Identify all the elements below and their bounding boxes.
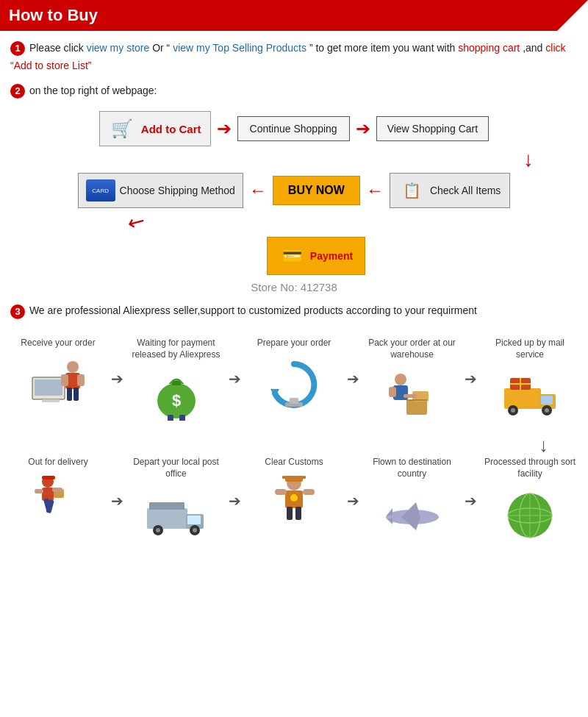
svg-rect-8 <box>74 388 79 401</box>
step3-num: 3 <box>10 304 25 319</box>
process-item-globe: Processed through sort facility <box>482 457 578 543</box>
shopping-cart-highlight: shopping cart <box>458 42 520 54</box>
process-item-pack: Pack your order at our warehouse <box>365 338 460 424</box>
payment-label: Payment <box>310 250 353 262</box>
svg-rect-2 <box>42 399 60 402</box>
view-top-selling-link[interactable]: view my Top Selling Products <box>173 42 306 54</box>
choose-shipping-label: Choose Shipping Method <box>120 185 235 196</box>
process-label-waiting: Waiting for payment released by Aliexpre… <box>129 338 224 360</box>
process-arrow-4: ➔ <box>465 338 477 388</box>
step1-or: Or “ <box>152 42 170 54</box>
svg-rect-62 <box>42 476 55 479</box>
svg-rect-12 <box>168 415 173 421</box>
choose-shipping-button[interactable]: CARD Choose Shipping Method <box>78 173 243 208</box>
process-item-prepare: Prepare your order <box>246 338 342 413</box>
svg-rect-17 <box>406 400 427 415</box>
svg-rect-1 <box>35 379 62 396</box>
cart-icon: 🛒 <box>109 118 135 140</box>
step1-prefix: Please click <box>29 42 84 54</box>
main-content: 1 Please click view my store Or “ view m… <box>0 31 588 568</box>
buy-now-label: BUY NOW <box>288 184 345 196</box>
payment-button[interactable]: 💳 Payment <box>267 237 365 275</box>
continue-shopping-button[interactable]: Continue Shopping <box>237 116 350 141</box>
process-arrow-r1: ➔ <box>465 457 477 510</box>
step2-paragraph: 2 on the top right of webpage: <box>10 82 578 100</box>
person-computer-svg <box>29 357 87 410</box>
process-row1: Receive your order <box>10 338 578 424</box>
arrow-down-1: ↓ <box>10 148 578 171</box>
svg-rect-5 <box>61 374 68 386</box>
svg-rect-49 <box>303 489 315 495</box>
process-arrow-3: ➔ <box>347 338 359 388</box>
svg-point-20 <box>395 374 406 385</box>
process-item-plane: Flown to destination country <box>365 457 460 543</box>
svg-rect-7 <box>67 388 72 401</box>
svg-rect-56 <box>149 502 184 510</box>
flow-diagram: 🛒 Add to Cart ➔ Continue Shopping ➔ View… <box>10 111 578 293</box>
process-label-receive: Receive your order <box>21 338 95 349</box>
process-item-pickup: Picked up by mail service <box>482 338 578 424</box>
process-icon-depart <box>143 485 209 543</box>
process-arrow-r2: ➔ <box>347 457 359 510</box>
process-icon-prepare <box>261 354 327 413</box>
svg-rect-22 <box>389 387 396 397</box>
step1-mid2: ” to get more item you want with <box>309 42 458 54</box>
process-item-delivery: Out for delivery <box>10 457 106 532</box>
cash-icon: 💳 <box>279 245 306 267</box>
svg-rect-24 <box>504 388 541 409</box>
svg-point-28 <box>511 408 515 413</box>
svg-rect-51 <box>295 507 301 520</box>
step3-text: We are professional Aliexpress seller,su… <box>29 304 477 316</box>
payment-row: 💳 Payment <box>54 237 578 275</box>
process-label-globe: Processed through sort facility <box>482 457 578 479</box>
process-icon-globe <box>497 485 563 543</box>
store-number: Store No: 412738 <box>10 281 578 293</box>
check-all-items-button[interactable]: 📋 Check All Items <box>390 173 510 208</box>
buy-now-button[interactable]: BUY NOW <box>273 176 360 205</box>
arrow-right-1: ➔ <box>217 118 232 139</box>
process-label-pack: Pack your order at our warehouse <box>365 338 460 360</box>
svg-rect-48 <box>275 489 287 495</box>
garbage-truck-svg <box>143 488 209 541</box>
step1-num: 1 <box>10 41 25 56</box>
step1-paragraph: 1 Please click view my store Or “ view m… <box>10 40 578 75</box>
process-row2: Processed through sort facility ➔ Flown … <box>10 457 578 543</box>
flow-row1: 🛒 Add to Cart ➔ Continue Shopping ➔ View… <box>10 111 578 146</box>
process-icon-receive <box>25 354 91 413</box>
continue-shopping-label: Continue Shopping <box>250 123 337 135</box>
view-shopping-cart-label: View Shopping Cart <box>387 123 478 135</box>
process-icon-pickup <box>497 365 563 424</box>
header-bar: How to Buy <box>0 0 588 31</box>
view-shopping-cart-button[interactable]: View Shopping Cart <box>376 116 489 141</box>
svg-rect-16 <box>290 398 298 404</box>
add-to-cart-button[interactable]: 🛒 Add to Cart <box>99 111 211 146</box>
svg-rect-26 <box>541 396 553 404</box>
svg-marker-43 <box>387 518 392 524</box>
svg-rect-55 <box>187 516 201 524</box>
step2-num: 2 <box>10 84 25 99</box>
svg-rect-46 <box>282 476 306 479</box>
svg-text:$: $ <box>171 391 180 410</box>
delivery-truck-svg <box>497 368 563 421</box>
process-label-plane: Flown to destination country <box>365 457 460 479</box>
check-all-items-label: Check All Items <box>430 185 501 196</box>
process-icon-customs <box>261 473 327 532</box>
svg-rect-65 <box>35 489 43 493</box>
process-item-depart: Depart your local post office <box>129 457 224 543</box>
svg-point-58 <box>156 528 160 532</box>
step2-text: on the top right of webpage: <box>29 85 157 96</box>
svg-rect-66 <box>52 488 62 492</box>
globe-svg <box>501 485 559 543</box>
refresh-arrow-svg <box>265 357 323 410</box>
process-icon-waiting: $ <box>143 365 209 424</box>
svg-rect-10 <box>172 381 181 385</box>
process-label-prepare: Prepare your order <box>257 338 331 349</box>
add-to-cart-label: Add to Cart <box>141 123 201 135</box>
credit-card-icon: CARD <box>86 179 115 201</box>
view-my-store-link[interactable]: view my store <box>87 42 150 54</box>
svg-marker-40 <box>401 502 420 517</box>
process-icon-plane <box>379 485 445 543</box>
svg-rect-23 <box>404 394 417 398</box>
delivery-person-svg <box>29 473 87 532</box>
svg-rect-53 <box>147 508 187 529</box>
